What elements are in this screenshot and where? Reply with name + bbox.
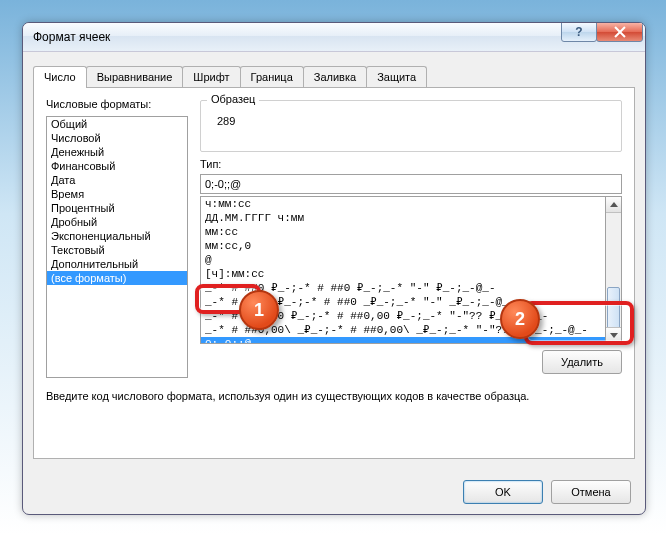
list-item[interactable]: [ч]:мм:сс <box>201 267 605 281</box>
scroll-up-button[interactable] <box>606 197 621 213</box>
close-icon <box>614 26 626 38</box>
scroll-down-button[interactable] <box>606 327 621 343</box>
tab-alignment[interactable]: Выравнивание <box>86 66 184 87</box>
sample-value: 289 <box>211 115 611 127</box>
list-item[interactable]: Время <box>47 187 187 201</box>
type-input[interactable] <box>200 174 622 194</box>
sample-group: Образец 289 <box>200 100 622 152</box>
list-item[interactable]: Денежный <box>47 145 187 159</box>
list-item[interactable]: _-* # ##0 ₽_-;-* # ##0 ₽_-;_-* "-" ₽_-;_… <box>201 281 605 295</box>
chevron-down-icon <box>610 333 618 338</box>
list-item[interactable]: _-* # ##0,00\ _₽_-;-* # ##0,00\ _₽_-;_-*… <box>201 323 605 337</box>
list-item[interactable]: _-* # ##0,00 ₽_-;-* # ##0,00 ₽_-;_-* "-"… <box>201 309 605 323</box>
help-icon: ? <box>575 26 582 38</box>
list-item[interactable]: мм:сс,0 <box>201 239 605 253</box>
tab-fill[interactable]: Заливка <box>303 66 367 87</box>
tab-font[interactable]: Шрифт <box>182 66 240 87</box>
chevron-up-icon <box>610 202 618 207</box>
scroll-thumb[interactable] <box>607 287 620 329</box>
sample-label: Образец <box>207 93 259 105</box>
tab-content-number: Числовые форматы: Общий Числовой Денежны… <box>33 88 635 459</box>
list-item[interactable]: ДД.ММ.ГГГГ ч:мм <box>201 211 605 225</box>
list-item[interactable]: Дробный <box>47 215 187 229</box>
type-list[interactable]: ч:мм:сс ДД.ММ.ГГГГ ч:мм мм:сс мм:сс,0 @ … <box>200 196 606 344</box>
list-item[interactable]: ч:мм:сс <box>201 197 605 211</box>
list-item[interactable]: Числовой <box>47 131 187 145</box>
list-item[interactable]: Финансовый <box>47 159 187 173</box>
help-button[interactable]: ? <box>561 22 597 42</box>
format-cells-dialog: Формат ячеек ? Число Выравнивание Шрифт … <box>22 22 646 515</box>
list-item[interactable]: мм:сс <box>201 225 605 239</box>
titlebar-buttons: ? <box>562 22 643 42</box>
dialog-body: Число Выравнивание Шрифт Граница Заливка… <box>23 52 645 514</box>
close-button[interactable] <box>596 22 643 42</box>
list-item[interactable]: @ <box>201 253 605 267</box>
list-item[interactable]: Текстовый <box>47 243 187 257</box>
category-list[interactable]: Общий Числовой Денежный Финансовый Дата … <box>46 116 188 378</box>
type-list-wrap: ч:мм:сс ДД.ММ.ГГГГ ч:мм мм:сс мм:сс,0 @ … <box>200 196 622 344</box>
window-title: Формат ячеек <box>33 30 110 44</box>
list-item[interactable]: Дата <box>47 173 187 187</box>
list-item-selected[interactable]: 0;-0;;@ <box>201 337 605 344</box>
tab-strip: Число Выравнивание Шрифт Граница Заливка… <box>33 66 635 88</box>
hint-text: Введите код числового формата, используя… <box>46 390 622 402</box>
ok-button[interactable]: OK <box>463 480 543 504</box>
tab-protection[interactable]: Защита <box>366 66 427 87</box>
tab-border[interactable]: Граница <box>240 66 304 87</box>
tab-number[interactable]: Число <box>33 66 87 88</box>
delete-button[interactable]: Удалить <box>542 350 622 374</box>
list-item-all-formats[interactable]: (все форматы) <box>47 271 187 285</box>
type-list-scrollbar[interactable] <box>606 196 622 344</box>
dialog-buttons: OK Отмена <box>463 480 631 504</box>
type-label: Тип: <box>200 158 221 170</box>
list-item[interactable]: Процентный <box>47 201 187 215</box>
list-item[interactable]: _-* # ##0 _₽_-;-* # ##0 _₽_-;_-* "-" _₽_… <box>201 295 605 309</box>
list-item[interactable]: Экспоненциальный <box>47 229 187 243</box>
cancel-button[interactable]: Отмена <box>551 480 631 504</box>
titlebar: Формат ячеек ? <box>23 23 645 52</box>
list-item[interactable]: Дополнительный <box>47 257 187 271</box>
list-item[interactable]: Общий <box>47 117 187 131</box>
